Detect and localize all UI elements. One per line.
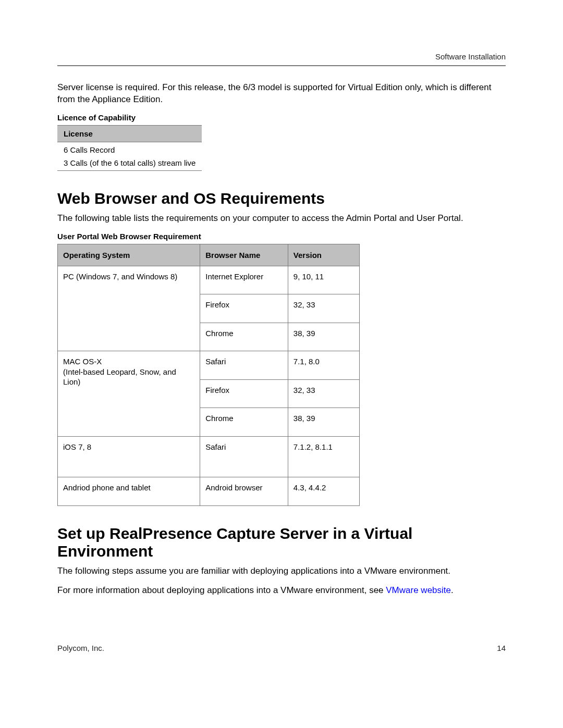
license-table-header: License bbox=[57, 125, 202, 142]
table-cell-os: MAC OS-X (Intel-based Leopard, Snow, and… bbox=[58, 351, 200, 437]
table-cell-browser: Chrome bbox=[200, 323, 288, 351]
table-cell-version: 38, 39 bbox=[288, 323, 359, 351]
section2-para1: The following steps assume you are famil… bbox=[57, 565, 506, 577]
col-version: Version bbox=[288, 244, 359, 266]
table-cell-browser: Firefox bbox=[200, 294, 288, 323]
browser-requirements-table: Operating System Browser Name Version PC… bbox=[57, 244, 360, 506]
table-cell-os: Andriod phone and tablet bbox=[58, 477, 200, 506]
table-cell-version: 32, 33 bbox=[288, 379, 359, 408]
browser-table-caption: User Portal Web Browser Requirement bbox=[57, 232, 506, 241]
table-cell-browser: Android browser bbox=[200, 477, 288, 506]
table-cell-browser: Firefox bbox=[200, 379, 288, 408]
section-heading-setup: Set up RealPresence Capture Server in a … bbox=[57, 525, 506, 560]
table-cell-version: 32, 33 bbox=[288, 294, 359, 323]
table-cell-version: 7.1, 8.0 bbox=[288, 351, 359, 380]
page-section-label: Software Installation bbox=[435, 52, 506, 61]
footer-page-number: 14 bbox=[497, 644, 506, 652]
table-cell-version: 38, 39 bbox=[288, 408, 359, 437]
section2-para2-pre: For more information about deploying app… bbox=[57, 585, 386, 595]
license-row: 6 Calls Record bbox=[57, 142, 202, 155]
table-cell-browser: Safari bbox=[200, 351, 288, 380]
table-cell-version: 7.1.2, 8.1.1 bbox=[288, 436, 359, 477]
table-cell-browser: Chrome bbox=[200, 408, 288, 437]
vmware-website-link[interactable]: VMware website bbox=[386, 585, 451, 595]
table-cell-os: PC (Windows 7, and Windows 8) bbox=[58, 266, 200, 351]
col-os: Operating System bbox=[58, 244, 200, 266]
intro-paragraph: Server license is required. For this rel… bbox=[57, 82, 506, 106]
table-cell-version: 4.3, 4.4.2 bbox=[288, 477, 359, 506]
license-table: License 6 Calls Record 3 Calls (of the 6… bbox=[57, 125, 202, 171]
section1-paragraph: The following table lists the requiremen… bbox=[57, 213, 506, 225]
section2-para2: For more information about deploying app… bbox=[57, 585, 506, 597]
footer-left: Polycom, Inc. bbox=[57, 644, 104, 652]
license-caption: Licence of Capability bbox=[57, 113, 506, 122]
page-footer: Polycom, Inc. 14 bbox=[57, 644, 506, 652]
header-rule bbox=[57, 65, 506, 66]
section-heading-browser-os: Web Browser and OS Requirements bbox=[57, 190, 506, 207]
col-browser: Browser Name bbox=[200, 244, 288, 266]
table-cell-browser: Safari bbox=[200, 436, 288, 477]
license-row: 3 Calls (of the 6 total calls) stream li… bbox=[57, 155, 202, 171]
table-cell-os: iOS 7, 8 bbox=[58, 436, 200, 477]
section2-para2-post: . bbox=[451, 585, 454, 595]
table-cell-version: 9, 10, 11 bbox=[288, 266, 359, 294]
table-cell-browser: Internet Explorer bbox=[200, 266, 288, 294]
